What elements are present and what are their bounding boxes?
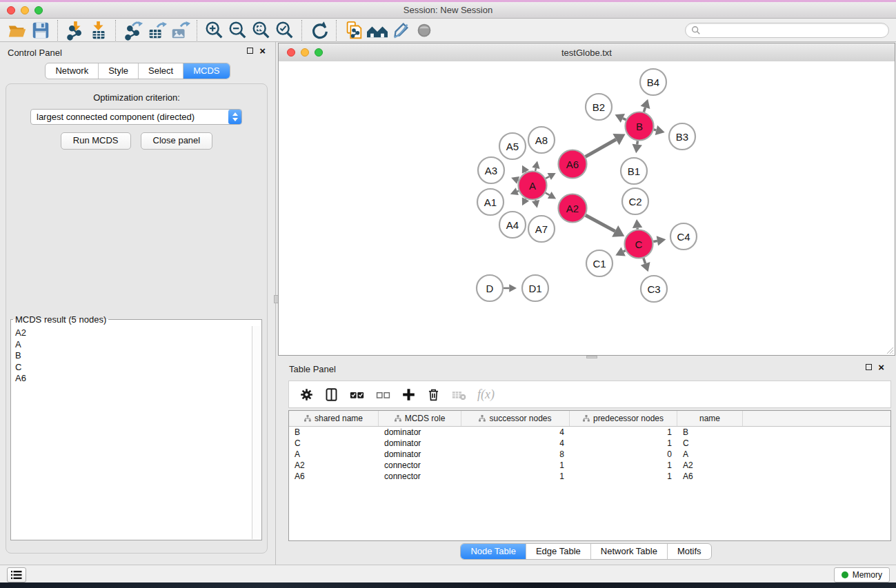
mcds-result-item[interactable]: A6: [15, 373, 252, 385]
column-header-label: MCDS role: [405, 414, 446, 423]
run-mcds-button[interactable]: Run MCDS: [61, 132, 131, 150]
table-cell-shared-name: A: [289, 449, 379, 459]
task-history-button[interactable]: [7, 567, 26, 582]
table-panel-header: Table Panel ×: [276, 358, 896, 378]
table-cell-shared-name: A6: [289, 472, 379, 481]
graph-edge-A6-B[interactable]: [586, 139, 616, 156]
delete-column-trash-icon[interactable]: [426, 387, 441, 402]
graph-node-label: A: [529, 180, 536, 192]
table-cell-shared-name: B: [289, 427, 379, 437]
browse-columns-icon[interactable]: [324, 387, 339, 402]
graph-edge-C-C3[interactable]: [644, 258, 646, 263]
graph-node-label: A1: [484, 196, 497, 208]
column-header-mcds-role[interactable]: MCDS role: [379, 411, 461, 426]
table-cell-mcds-role: dominator: [379, 427, 461, 437]
network-view-window: testGlobe.txt B4B2BB3A5A8A6B1A3AC2A1A2A4…: [278, 43, 895, 356]
mcds-result-item[interactable]: A: [15, 339, 252, 351]
network-canvas[interactable]: B4B2BB3A5A8A6B1A3AC2A1A2A4A7C4CC1C3DD1: [279, 61, 895, 355]
graph-edge-A-A1[interactable]: [517, 191, 519, 192]
refresh-view-icon[interactable]: [308, 20, 331, 41]
unselect-all-checks-icon[interactable]: [375, 387, 391, 402]
close-panel-icon[interactable]: ×: [259, 47, 266, 54]
home-layout-icon[interactable]: [366, 20, 389, 41]
hide-labels-icon[interactable]: [389, 20, 412, 41]
mcds-result-item[interactable]: C: [15, 362, 252, 374]
tab-network[interactable]: Network: [46, 63, 99, 79]
mcds-result-item[interactable]: A2: [15, 327, 252, 339]
table-row[interactable]: Bdominator41B: [289, 427, 890, 438]
delete-table-disabled-icon: [451, 387, 467, 402]
zoom-fit-icon[interactable]: [250, 20, 273, 41]
open-session-icon[interactable]: [6, 20, 29, 41]
table-cell-predecessor-nodes: 0: [570, 449, 677, 459]
column-header-successor-nodes[interactable]: successor nodes: [461, 411, 570, 426]
tab-node-table[interactable]: Node Table: [461, 544, 526, 559]
export-image-icon[interactable]: [168, 20, 192, 41]
graph-edge-A-A2[interactable]: [546, 193, 550, 195]
network-window-titlebar[interactable]: testGlobe.txt: [279, 43, 895, 62]
table-cell-shared-name: A2: [289, 460, 379, 470]
table-row[interactable]: Adominator80A: [289, 449, 890, 460]
resize-grip-icon[interactable]: [885, 345, 894, 354]
toolbar-separator: [301, 20, 303, 41]
graph-edge-B-B4[interactable]: [644, 108, 645, 112]
mcds-result-title: MCDS result (5 nodes): [13, 314, 108, 325]
memory-button[interactable]: Memory: [834, 567, 890, 582]
table-cell-successor-nodes: 1: [461, 460, 570, 470]
graph-edge-B-B2[interactable]: [623, 119, 626, 120]
search-input[interactable]: [701, 25, 888, 36]
node-table: shared nameMCDS rolesuccessor nodesprede…: [288, 410, 891, 541]
zoom-selected-icon[interactable]: [273, 20, 297, 41]
mcds-result-list: A2ABCA6: [12, 326, 252, 539]
table-row[interactable]: A2connector11A2: [289, 460, 890, 471]
table-row[interactable]: Cdominator41C: [289, 438, 890, 449]
mcds-result-scrollbar[interactable]: [252, 326, 261, 539]
tab-select[interactable]: Select: [139, 63, 183, 79]
close-panel-button[interactable]: Close panel: [141, 132, 213, 150]
graph-edge-B-B3[interactable]: [654, 130, 657, 130]
float-panel-icon[interactable]: [247, 48, 253, 54]
graph-edge-A2-C[interactable]: [586, 215, 615, 231]
import-table-icon[interactable]: [87, 20, 110, 41]
table-cell-name: A2: [677, 460, 743, 470]
graph-node-label: A5: [506, 141, 519, 152]
table-toolbar: f(x): [288, 381, 891, 408]
status-bar: Memory: [0, 565, 896, 582]
add-column-plus-icon[interactable]: [401, 387, 416, 402]
zoom-out-icon[interactable]: [226, 20, 250, 41]
table-cell-mcds-role: dominator: [379, 438, 461, 448]
float-table-panel-icon[interactable]: [866, 364, 872, 370]
save-session-icon[interactable]: [29, 20, 52, 41]
graph-edge-A-A8[interactable]: [535, 168, 536, 171]
mcds-result-item[interactable]: B: [15, 350, 252, 362]
memory-label: Memory: [853, 570, 882, 580]
search-field[interactable]: [685, 23, 889, 38]
column-header-shared-name[interactable]: shared name: [289, 411, 379, 426]
function-builder-fx-icon: f(x): [477, 387, 495, 402]
table-cell-successor-nodes: 4: [461, 427, 570, 437]
tab-network-table[interactable]: Network Table: [591, 544, 668, 559]
zoom-in-icon[interactable]: [203, 20, 226, 41]
graph-edge-A-A6[interactable]: [546, 176, 549, 179]
column-header-name[interactable]: name: [677, 411, 743, 426]
graph-edge-B-B1[interactable]: [637, 141, 638, 144]
export-network-icon[interactable]: [121, 20, 145, 41]
table-settings-gear-icon[interactable]: [299, 387, 314, 402]
optimization-criterion-select[interactable]: largest connected component (directed): [30, 109, 242, 125]
clone-network-icon[interactable]: [342, 20, 366, 41]
show-details-eye-icon[interactable]: [412, 20, 436, 41]
control-panel: Control Panel × NetworkStyleSelectMCDS O…: [0, 42, 276, 565]
table-row[interactable]: A6connector11A6: [289, 471, 890, 482]
select-all-checks-icon[interactable]: [349, 387, 365, 402]
tab-motifs[interactable]: Motifs: [668, 544, 711, 559]
import-network-icon[interactable]: [63, 20, 87, 41]
tab-edge-table[interactable]: Edge Table: [526, 544, 591, 559]
graph-edge-C-C4[interactable]: [653, 241, 657, 241]
tab-mcds[interactable]: MCDS: [183, 63, 229, 79]
close-table-panel-icon[interactable]: ×: [878, 363, 884, 371]
graph-edge-C-C1[interactable]: [624, 250, 626, 251]
table-cell-successor-nodes: 1: [461, 472, 570, 481]
column-header-predecessor-nodes[interactable]: predecessor nodes: [570, 411, 677, 426]
export-table-icon[interactable]: [145, 20, 168, 41]
tab-style[interactable]: Style: [99, 63, 139, 79]
